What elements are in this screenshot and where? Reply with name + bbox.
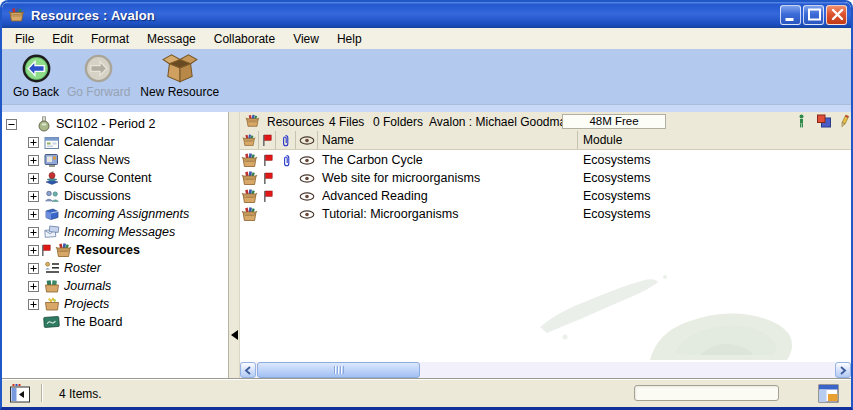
tree-item-incoming-assignments[interactable]: Incoming Assignments [2, 205, 228, 223]
tree-item-calendar[interactable]: Calendar [2, 133, 228, 151]
file-name: Advanced Reading [318, 189, 578, 203]
horizontal-scrollbar[interactable] [240, 362, 851, 378]
scroll-right-button[interactable] [835, 362, 851, 378]
new-resource-label: New Resource [140, 85, 219, 99]
course-content-icon [43, 171, 60, 186]
copy-squares-icon[interactable] [816, 114, 832, 128]
preview-eye-icon[interactable] [296, 210, 318, 219]
resources-box-icon [245, 114, 260, 128]
tree-item-resources[interactable]: Resources [2, 241, 228, 259]
resources-box-icon [55, 243, 72, 258]
flag-icon [41, 244, 51, 257]
class-news-icon [43, 153, 60, 168]
incoming-assignments-icon [43, 207, 60, 221]
tree-item-journals[interactable]: Journals [2, 277, 228, 295]
tree-item-roster[interactable]: Roster [2, 259, 228, 277]
minimize-button[interactable] [780, 5, 801, 25]
menu-collaborate[interactable]: Collaborate [205, 30, 284, 48]
expand-icon[interactable] [28, 209, 39, 220]
discussions-icon [43, 189, 60, 204]
preview-eye-icon[interactable] [296, 174, 318, 183]
column-name-header[interactable]: Name [318, 131, 578, 149]
column-preview-eye-icon[interactable] [296, 131, 318, 149]
expand-icon[interactable] [28, 191, 39, 202]
preview-eye-icon[interactable] [296, 156, 318, 165]
file-module: Ecosystems [578, 153, 851, 167]
file-name: Tutorial: Microorganisms [318, 207, 578, 221]
maximize-button[interactable] [803, 5, 824, 25]
file-module: Ecosystems [578, 171, 851, 185]
file-row-advanced-reading[interactable]: Advanced Reading Ecosystems [240, 187, 851, 205]
file-name: Web site for microorganisms [318, 171, 578, 185]
attachment-icon [276, 154, 296, 167]
menu-format[interactable]: Format [82, 30, 138, 48]
window-controls [780, 5, 851, 25]
expand-icon[interactable] [28, 137, 39, 148]
go-forward-button[interactable]: Go Forward [64, 52, 133, 100]
free-space-meter: 48M Free [562, 114, 666, 129]
column-module-header[interactable]: Module [578, 131, 851, 149]
person-icon[interactable] [797, 114, 806, 129]
expand-icon[interactable] [28, 281, 39, 292]
flag-icon [259, 190, 276, 203]
collapse-toggle-icon[interactable] [6, 119, 17, 130]
expand-icon[interactable] [28, 245, 39, 256]
projects-icon [43, 297, 60, 311]
scrollbar-thumb[interactable] [257, 362, 420, 378]
new-resource-button[interactable]: New Resource [137, 52, 222, 100]
column-flag-icon[interactable] [259, 131, 276, 149]
collapse-arrow-icon[interactable] [231, 330, 238, 340]
file-row-web-site[interactable]: Web site for microorganisms Ecosystems [240, 169, 851, 187]
board-icon [43, 315, 60, 329]
new-resource-box-icon [162, 53, 198, 84]
close-button[interactable] [826, 5, 847, 25]
tree-item-incoming-messages[interactable]: Incoming Messages [2, 223, 228, 241]
flag-icon [259, 154, 276, 167]
menu-edit[interactable]: Edit [43, 30, 82, 48]
course-tree-panel: SCI102 - Period 2 Calendar Class News [2, 112, 228, 378]
file-list: The Carbon Cycle Ecosystems Web site for… [240, 150, 851, 362]
tree-item-course-content[interactable]: Course Content [2, 169, 228, 187]
expand-icon[interactable] [28, 155, 39, 166]
tree-root-label: SCI102 - Period 2 [56, 117, 155, 131]
menu-message[interactable]: Message [138, 30, 205, 48]
menu-bar: File Edit Format Message Collaborate Vie… [2, 28, 851, 49]
menu-file[interactable]: File [6, 30, 43, 48]
calendar-icon [43, 135, 60, 150]
file-row-tutorial[interactable]: Tutorial: Microorganisms Ecosystems [240, 205, 851, 223]
window-title: Resources : Avalon [31, 8, 155, 23]
tree-item-discussions[interactable]: Discussions [2, 187, 228, 205]
progress-indicator [634, 385, 779, 401]
file-module: Ecosystems [578, 189, 851, 203]
pencil-icon[interactable] [839, 114, 850, 129]
go-forward-icon [83, 53, 114, 84]
tree-item-projects[interactable]: Projects [2, 295, 228, 313]
expand-icon[interactable] [28, 227, 39, 238]
tree-item-class-news[interactable]: Class News [2, 151, 228, 169]
menu-help[interactable]: Help [328, 30, 371, 48]
panel-splitter[interactable] [228, 112, 240, 378]
tree-root-course[interactable]: SCI102 - Period 2 [2, 115, 228, 133]
expand-icon[interactable] [28, 173, 39, 184]
go-back-label: Go Back [13, 85, 59, 99]
expand-icon[interactable] [28, 263, 39, 274]
column-attachment-icon[interactable] [276, 131, 296, 149]
scroll-left-button[interactable] [240, 362, 256, 378]
tree-item-the-board[interactable]: The Board [2, 313, 228, 331]
expand-icon[interactable] [28, 299, 39, 310]
go-forward-label: Go Forward [67, 85, 130, 99]
go-back-button[interactable]: Go Back [8, 52, 64, 100]
menu-view[interactable]: View [284, 30, 328, 48]
roster-icon [43, 261, 60, 275]
account-label: Avalon : Michael Goodman [429, 115, 573, 129]
layout-toggle-button[interactable] [818, 384, 839, 403]
toggle-tree-panel-button[interactable] [9, 383, 32, 404]
folders-count: 0 Folders [373, 115, 423, 129]
preview-eye-icon[interactable] [296, 192, 318, 201]
file-row-carbon-cycle[interactable]: The Carbon Cycle Ecosystems [240, 151, 851, 169]
thumb-grip [334, 366, 344, 374]
journals-icon [43, 279, 60, 293]
column-type-box-icon[interactable] [240, 131, 259, 149]
island-watermark [535, 267, 845, 362]
flag-icon [259, 172, 276, 185]
